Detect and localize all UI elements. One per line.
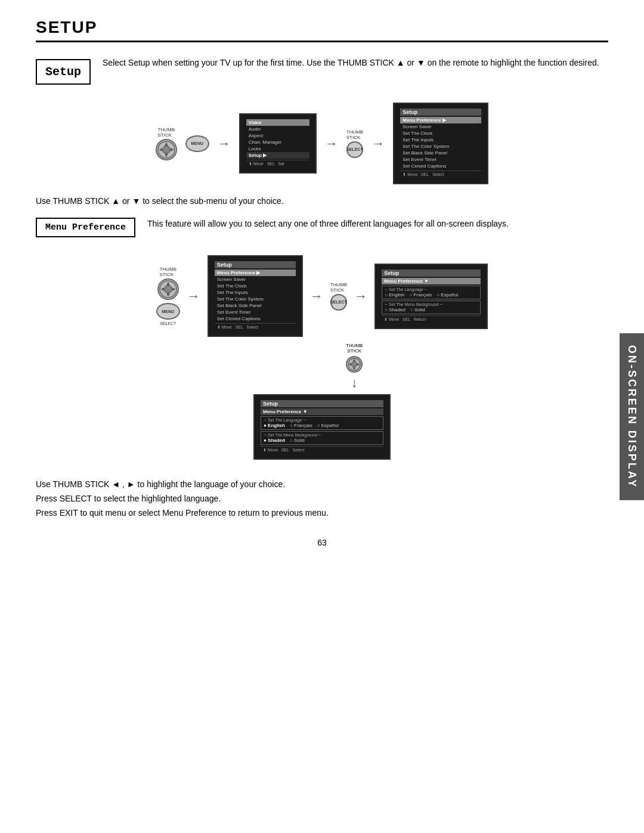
tv-video: Video: [246, 119, 309, 126]
menu-button-oval-1: MENU: [185, 135, 209, 152]
intro-text: Select Setup when setting your TV up for…: [103, 57, 608, 69]
tv-screen-saver-2: Screen Saver: [215, 276, 296, 283]
tv-bg-section-top: ─ Set The Menu Background ─ Shaded Solid: [382, 301, 481, 314]
tv-language-section-bottom: ─ Set The Language ─ English Français Es…: [261, 416, 383, 430]
tv-set-color-2: Set The Color System: [215, 296, 296, 302]
tv-main-footer: ⬆ Move SEL Sel: [246, 160, 309, 168]
tv-screen-saver-1: Screen Saver: [400, 123, 481, 130]
tv-set-clock-1: Set The Clock: [400, 130, 481, 137]
tv-bg-section-bottom: ─ Set The Menu Background ─ Shaded Solid: [261, 431, 383, 445]
setup-label-box: Setup: [36, 59, 91, 85]
menu-pref-text: This feature will allow you to select an…: [147, 218, 608, 230]
tv-setup-title-2: Setup: [215, 261, 296, 268]
tv-aspect: Aspect: [246, 132, 309, 139]
tv-bg-radio-top: Shaded Solid: [385, 307, 478, 312]
tv-language-section-top: ─ Set The Language ─ English Français Es…: [382, 286, 481, 299]
first-diagram-row: THUMBSTICK MENU Video Audio Aspect Chan.…: [36, 103, 608, 184]
bottom-notes: Use THUMB STICK ◄ , ► to highlight the l…: [36, 478, 608, 520]
tv-locks: Locks: [246, 145, 309, 152]
page-number: 63: [36, 538, 608, 547]
tv-setup-title-1: Setup: [400, 109, 481, 116]
bottom-tv-container: Setup Menu Preference ▼ ─ Set The Langua…: [36, 394, 608, 460]
tv-mp-title-top: Setup: [382, 270, 481, 277]
tv-mp-selected-bottom: Menu Preference ▼: [261, 408, 383, 415]
tv-setup-footer-1: ⬆ Move SEL Select: [400, 171, 481, 178]
arrow-1: [218, 136, 231, 151]
bottom-note-3: Press EXIT to quit menu or select Menu P…: [36, 506, 608, 521]
svg-point-13: [352, 362, 357, 367]
tv-menu-pref-1: Menu Preference ▶: [400, 117, 481, 123]
vertical-flow-container: THUMBSTICK ↓: [346, 343, 363, 389]
select-remote-2: THUMBSTICK SELECT: [330, 282, 347, 311]
tv-setup-menu-2: Setup Menu Preference ▶ Screen Saver Set…: [208, 255, 303, 337]
select-circle-1: SELECT: [346, 141, 363, 158]
side-label: ON-SCREEN DISPLAY: [620, 333, 644, 500]
tv-language-radio-bottom: English Français Español: [264, 423, 380, 428]
tv-setup-footer-2: ⬆ Move SEL Select: [215, 323, 296, 331]
tv-mp-footer-bottom: ⬆ Move SEL Select: [261, 446, 383, 454]
arrow-5: [310, 289, 323, 304]
tv-set-event-2: Set Event Timer: [215, 309, 296, 315]
select-remote-1: THUMBSTICK SELECT: [346, 129, 363, 158]
menu-remote-1: THUMBSTICK: [156, 127, 177, 160]
tv-set-black-1: Set Black Side Panel: [400, 150, 481, 156]
intro-section: Setup Select Setup when setting your TV …: [36, 57, 608, 85]
tv-language-radio-top: English Français Español: [385, 292, 478, 298]
tv-chan-manager: Chan. Manager: [246, 139, 309, 145]
tv-menu-pref-2: Menu Preference ▶: [215, 270, 296, 276]
arrow-6: [354, 289, 367, 304]
menu-oval-1: MENU: [185, 135, 209, 152]
tv-main-menu: Video Audio Aspect Chan. Manager Locks S…: [239, 113, 317, 174]
tv-setup-item: Setup ▶: [246, 152, 309, 159]
thumb-stick-down-remote: THUMBSTICK: [346, 343, 363, 373]
page-title: SETUP: [36, 18, 608, 42]
tv-set-black-2: Set Black Side Panel: [215, 302, 296, 309]
bottom-note-2: Press SELECT to select the highlighted l…: [36, 492, 608, 506]
thumb-stick-circle-1: [156, 139, 177, 160]
tv-set-closed-2: Set Closed Captions: [215, 315, 296, 322]
tv-menu-pref-detail-top: Setup Menu Preference ▼ ─ Set The Langua…: [374, 264, 488, 329]
second-diagram-row: THUMBSTICK MENU SELECT Setup Menu Prefer…: [36, 255, 608, 337]
tv-audio: Audio: [246, 126, 309, 132]
tv-set-color-1: Set The Color System: [400, 143, 481, 150]
thumb-stick-down-circle: [346, 356, 363, 373]
tv-set-clock-2: Set The Clock: [215, 283, 296, 289]
svg-point-7: [165, 286, 172, 293]
arrow-down-1: ↓: [351, 376, 358, 389]
tv-mp-footer-top: ⬆ Move SEL Return: [382, 315, 481, 323]
sub-menu-text: Use THUMB STICK ▲ or ▼ to select the sub…: [36, 196, 608, 206]
svg-point-1: [163, 145, 170, 153]
tv-mp-title-bottom: Setup: [261, 400, 383, 407]
select-circle-2: SELECT: [330, 294, 347, 311]
menu-pref-label-box: Menu Preference: [36, 218, 135, 237]
bottom-note-1: Use THUMB STICK ◄ , ► to highlight the l…: [36, 478, 608, 492]
menu-button-oval-2: MENU: [156, 303, 180, 320]
tv-mp-selected-top: Menu Preference ▼: [382, 278, 481, 284]
arrow-2: [325, 136, 338, 151]
feature-section: Menu Preference This feature will allow …: [36, 218, 608, 237]
arrow-3: [371, 136, 385, 151]
thumb-stick-circle-2: [157, 278, 179, 300]
tv-menu-pref-bottom: Setup Menu Preference ▼ ─ Set The Langua…: [253, 394, 391, 460]
tv-set-closed-1: Set Closed Captions: [400, 163, 481, 169]
tv-bg-radio-bottom: Shaded Solid: [264, 438, 380, 443]
tv-set-inputs-2: Set The Inputs: [215, 289, 296, 296]
tv-set-event-1: Set Event Timer: [400, 156, 481, 163]
arrow-4: [187, 289, 200, 304]
tv-set-inputs-1: Set The Inputs: [400, 137, 481, 143]
tv-setup-menu-1: Setup Menu Preference ▶ Screen Saver Set…: [393, 103, 488, 184]
menu-remote-2: THUMBSTICK MENU SELECT: [156, 267, 180, 326]
